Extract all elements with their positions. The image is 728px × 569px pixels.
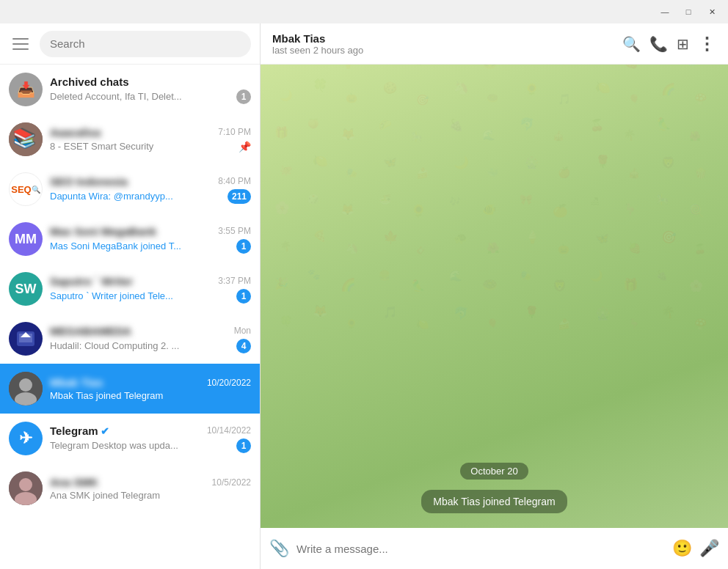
chat-list-item-archived[interactable]: 📥 Archived chats Deleted Account, Ifa TI… [0,65,260,114]
chat-preview: Ana SMK joined Telegram [50,490,160,501]
avatar: 📥 [9,73,43,106]
chat-list: 📥 Archived chats Deleted Account, Ifa TI… [0,65,260,569]
search-box[interactable] [40,31,251,57]
chat-footer-row: Dapunta Wira: @mrandyyp... 211 [50,189,251,204]
search-input[interactable] [50,37,241,50]
chat-badge-area: 1 [236,89,251,104]
chat-list-item-saputro-writer[interactable]: SW Saputro ` Writer 3:37 PM Saputro ` Wr… [0,264,260,314]
minimize-button[interactable]: — [655,4,675,20]
chat-content: Saputro ` Writer 3:37 PM Saputro ` Write… [50,275,251,304]
titlebar: — □ ✕ [0,0,728,23]
badge: 4 [236,339,251,353]
menu-icon[interactable] [9,32,32,56]
chat-content: Mbak Tias 10/20/2022 Mbak Tias joined Te… [50,376,251,401]
layout-icon[interactable]: ⊞ [677,35,689,53]
svg-point-9 [19,478,32,491]
chat-footer-row: 8 - ESET Smart Security 📌 [50,140,251,153]
chat-header-row: Telegram✔ 10/14/2022 [50,425,251,437]
chat-time: 10/5/2022 [212,477,251,488]
chat-footer-row: Hudalil: Cloud Computing 2. ... 4 [50,339,251,353]
phone-icon[interactable]: 📞 [649,35,668,53]
chat-list-item-seo-indonesia[interactable]: SEQ🔍 SEO Indonesia 8:40 PM Dapunta Wira:… [0,164,260,214]
chat-time: 3:37 PM [218,276,251,286]
chat-preview: Deleted Account, Ifa TI, Delet... [50,91,182,102]
chat-name: Telegram✔ [50,425,109,437]
chat-content: Telegram✔ 10/14/2022 Telegram Desktop wa… [50,425,251,453]
chat-list-item-mas-soni-megabank[interactable]: MM Mas Soni MegaBank 3:55 PM Mas Soni Me… [0,214,260,264]
chat-name: Saputro ` Writer [50,275,133,287]
badge: 211 [228,189,251,204]
avatar: 📚 [9,122,43,156]
chat-name: Archived chats [50,76,129,88]
chat-footer-row: Telegram Desktop was upda... 1 [50,438,251,453]
chat-name: Mbak Tias [50,376,103,389]
chat-header-row: Aaacalisa 7:10 PM [50,126,251,139]
chat-content: MEGABAMEDA Mon Hudalil: Cloud Computing … [50,325,251,353]
chat-preview: 8 - ESET Smart Security [50,141,153,152]
chat-header-row: Mbak Tias 10/20/2022 [50,376,251,389]
search-icon[interactable]: 🔍 [622,35,641,53]
chat-header-name: Mbak Tias [272,32,622,45]
maximize-button[interactable]: □ [678,4,699,20]
attach-icon[interactable]: 📎 [269,539,289,558]
chat-footer-row: Mas Soni MegaBank joined T... 1 [50,239,251,254]
chat-time: 3:55 PM [218,226,251,236]
avatar: SW [9,272,43,306]
chat-header: Mbak Tias last seen 2 hours ago 🔍 📞 ⊞ ⋮ [261,23,728,65]
message-input[interactable] [296,543,665,555]
chat-badge-area: 1 [236,239,251,254]
avatar [9,372,43,405]
chat-header-info: Mbak Tias last seen 2 hours ago [272,32,622,56]
chat-preview: Dapunta Wira: @mrandyyp... [50,191,173,202]
chat-messages: October 20 Mbak Tias joined Telegram [261,65,728,528]
badge: 1 [236,289,251,304]
more-options-icon[interactable]: ⋮ [698,34,716,54]
badge: 1 [236,239,251,254]
avatar [9,322,43,356]
chat-list-item-megabameda[interactable]: MEGABAMEDA Mon Hudalil: Cloud Computing … [0,314,260,364]
badge: 1 [236,438,251,453]
chat-name: Mas Soni MegaBank [50,225,156,238]
chat-list-item-aaacalisa[interactable]: 📚 Aaacalisa 7:10 PM 8 - ESET Smart Secur… [0,114,260,164]
chat-list-item-telegram[interactable]: ✈ Telegram✔ 10/14/2022 Telegram Desktop … [0,414,260,463]
svg-point-6 [19,378,32,392]
message-area-wrapper: October 20 Mbak Tias joined Telegram [272,463,716,519]
chat-area: 🍕 🎂 🍦 🌺 🍉 🎀 🍔 🦋 🍭 🎸 🍓 🌸 🧁 🌙 🍀 🎃 🍪 🎯 🦄 🍩 … [261,23,728,569]
chat-footer-row: Deleted Account, Ifa TI, Delet... 1 [50,89,251,104]
chat-preview: Hudalil: Cloud Computing 2. ... [50,340,179,351]
svg-text:📚: 📚 [12,126,37,150]
emoji-icon[interactable]: 🙂 [672,539,692,558]
chat-time: 10/20/2022 [207,378,251,388]
chat-input-bar: 📎 🙂 🎤 [261,528,728,569]
app-body: 📥 Archived chats Deleted Account, Ifa TI… [0,23,728,569]
chat-name: SEO Indonesia [50,175,128,188]
chat-footer-row: Saputro ` Writer joined Tele... 1 [50,289,251,304]
chat-footer-row: Mbak Tias joined Telegram [50,390,251,401]
chat-list-item-ana-smk[interactable]: Ana SMK 10/5/2022 Ana SMK joined Telegra… [0,463,260,513]
chat-time: Mon [234,326,251,336]
chat-time: 10/14/2022 [207,425,251,436]
chat-name: Ana SMK [50,476,98,488]
chat-preview: Telegram Desktop was upda... [50,440,178,451]
avatar: ✈ [9,422,43,455]
close-button[interactable]: ✕ [702,4,722,20]
join-message-bubble: Mbak Tias joined Telegram [421,490,567,513]
chat-badge-area: 211 [228,189,251,204]
verified-icon: ✔ [101,425,109,437]
chat-header-row: Archived chats [50,76,251,88]
chat-preview: Saputro ` Writer joined Tele... [50,290,173,301]
chat-name: MEGABAMEDA [50,325,131,337]
date-bubble: October 20 [460,463,528,480]
chat-list-item-mbak-tias[interactable]: Mbak Tias 10/20/2022 Mbak Tias joined Te… [0,364,260,414]
chat-content: Mas Soni MegaBank 3:55 PM Mas Soni MegaB… [50,225,251,254]
chat-content: Ana SMK 10/5/2022 Ana SMK joined Telegra… [50,476,251,501]
chat-badge-area: 1 [236,289,251,304]
chat-header-row: Saputro ` Writer 3:37 PM [50,275,251,287]
mic-icon[interactable]: 🎤 [699,539,719,558]
chat-header-row: Ana SMK 10/5/2022 [50,476,251,488]
chat-time: 8:40 PM [218,176,251,186]
chat-header-row: SEO Indonesia 8:40 PM [50,175,251,188]
chat-header-row: MEGABAMEDA Mon [50,325,251,337]
badge: 1 [236,89,251,104]
chat-footer-row: Ana SMK joined Telegram [50,490,251,501]
